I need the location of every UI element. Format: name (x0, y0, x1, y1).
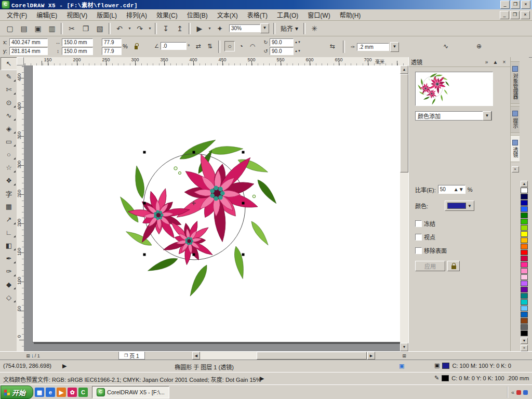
color-swatch[interactable] (521, 225, 528, 231)
blend-tool[interactable]: ◧ (1, 239, 17, 252)
color-swatch[interactable] (521, 188, 528, 193)
connector-tool[interactable]: ∟ (1, 226, 17, 239)
copy-button[interactable]: ❐ (79, 22, 92, 35)
new-document-button[interactable]: ▢ (3, 22, 17, 35)
close-icon[interactable]: × (521, 1, 530, 9)
table-tool[interactable]: ▦ (1, 200, 17, 213)
application-launcher-button[interactable]: ▶ (193, 22, 206, 35)
palette-scroll-up-icon[interactable]: ▲ (521, 181, 528, 187)
palette-scroll-down-icon[interactable]: ▼ (521, 338, 528, 344)
cut-button[interactable]: ✂ (65, 22, 78, 35)
object-height-input[interactable]: 150.0 mm (62, 47, 93, 55)
scroll-left-icon[interactable]: ◀ (192, 352, 200, 360)
scroll-down-icon[interactable]: ▼ (400, 343, 408, 351)
restore-icon[interactable]: ❐ (511, 1, 520, 9)
arc-start-angle-input[interactable]: 90.0 (270, 38, 294, 46)
ellipse-tool[interactable]: ○ (1, 148, 17, 161)
eyedropper-tool[interactable]: ✒ (1, 252, 17, 265)
change-direction-button[interactable]: ⇆ (327, 41, 338, 51)
docker-collapse-icon[interactable]: ▲ (491, 59, 499, 65)
start-button[interactable]: 开始 (1, 385, 33, 399)
selection-handle[interactable] (193, 254, 195, 256)
menu-item[interactable]: 位图(B) (182, 9, 212, 21)
selection-handle[interactable] (143, 202, 146, 205)
selection-handle[interactable] (143, 151, 146, 154)
spinner-icon[interactable]: ▲▼ (295, 49, 299, 52)
navigator-button[interactable]: ⊞ (400, 352, 408, 360)
ie-icon[interactable]: e (46, 388, 55, 397)
zoom-level-value[interactable]: 30% (229, 24, 260, 32)
basic-shapes-tool[interactable]: ❖ (1, 174, 17, 187)
arc-end-angle-input[interactable]: 90.0 (270, 47, 294, 55)
ruler-origin[interactable] (17, 57, 24, 65)
arc-mode-button[interactable]: ◠ (247, 41, 258, 51)
snap-dropdown[interactable]: 贴齐▾ (277, 22, 301, 34)
menu-item[interactable]: 窗口(W) (303, 9, 335, 21)
welcome-screen-button[interactable]: ✦ (213, 22, 227, 35)
spinner-icon[interactable]: ▲▼ (453, 188, 465, 191)
color-swatch[interactable] (521, 268, 528, 274)
add-page-icon[interactable]: ⊞ (24, 352, 32, 360)
color-swatch[interactable] (521, 274, 528, 280)
scale-v-input[interactable]: 77.9 (102, 47, 122, 55)
color-swatch[interactable] (521, 299, 528, 305)
horizontal-scrollbar[interactable]: ◀ ▶ (192, 352, 375, 360)
docker-close-icon[interactable]: × (500, 59, 508, 65)
zoom-level-combo[interactable]: 30%▼ (229, 23, 269, 33)
spinner-icon[interactable]: ▲▼ (295, 41, 299, 44)
menu-item[interactable]: 排列(A) (122, 9, 152, 21)
lens-color-dropdown[interactable]: ▼ (445, 201, 474, 211)
horizontal-ruler[interactable]: 毫米 150200250300350400450500550600650700 (24, 57, 408, 66)
quick-customize-button[interactable]: ⊕ (474, 41, 484, 51)
color-swatch[interactable] (521, 231, 528, 237)
export-button[interactable]: ↥ (173, 22, 187, 35)
docker-strip-close-icon[interactable]: × (512, 166, 519, 172)
chevron-down-icon[interactable]: ▼ (260, 23, 269, 33)
show-desktop-icon[interactable]: ▦ (35, 388, 44, 397)
menu-item[interactable]: 编辑(E) (32, 9, 62, 21)
mirror-horizontal-button[interactable]: ⇄ (193, 41, 204, 51)
vertical-ruler[interactable]: 450400350300250200150100500 (17, 65, 24, 351)
color-swatch[interactable] (521, 237, 528, 243)
outline-pen-tool[interactable]: ✑ (1, 265, 17, 278)
color-swatch[interactable] (521, 312, 528, 317)
ellipse-mode-button[interactable]: ○ (224, 41, 235, 51)
color-swatch[interactable] (521, 256, 528, 261)
color-swatch[interactable] (521, 219, 528, 224)
checkbox-3[interactable] (415, 247, 422, 254)
open-button[interactable]: ▤ (17, 22, 31, 35)
pie-mode-button[interactable]: ◔ (236, 41, 246, 51)
outline-width-select[interactable]: .2 mm (357, 43, 389, 51)
menu-item[interactable]: 文件(F) (2, 9, 32, 21)
rate-input[interactable]: 50▲▼ (438, 185, 466, 194)
selection-handle[interactable] (242, 151, 245, 154)
menu-item[interactable]: 工具(O) (272, 9, 303, 21)
palette-expand-icon[interactable]: » (521, 345, 528, 351)
selection-handle[interactable] (193, 151, 195, 154)
scroll-right-icon[interactable]: ▶ (367, 352, 375, 360)
redo-dropdown-icon[interactable]: ▾ (147, 22, 153, 35)
polygon-tool[interactable]: ☆ (1, 161, 17, 174)
apply-lock-button[interactable] (447, 261, 460, 271)
selection-handle[interactable] (242, 202, 245, 205)
color-swatch[interactable] (521, 212, 528, 218)
object-width-input[interactable]: 150.0 mm (62, 38, 93, 46)
docker-chevron-icon[interactable]: » (483, 59, 490, 65)
tray-icon[interactable] (523, 390, 528, 395)
save-button[interactable]: ▣ (31, 22, 45, 35)
tray-collapse-icon[interactable]: « (511, 389, 514, 395)
text-tool[interactable]: 字 (1, 187, 17, 200)
docker-tab-item[interactable]: 对象管理器 (510, 61, 520, 104)
x-position-input[interactable]: 400.247 mm (9, 38, 48, 46)
vertical-scrollbar[interactable]: ▲ ▼ (400, 65, 408, 351)
taskbar-app-button[interactable]: C CorelDRAW X5 - [F:\... (92, 386, 169, 398)
fill-tool[interactable]: ◆ (1, 278, 17, 291)
docker-tab-item[interactable]: 提示 (510, 106, 520, 133)
tray-icon[interactable] (516, 390, 521, 395)
selection-handle[interactable] (143, 254, 146, 256)
menu-item[interactable]: 帮助(H) (335, 9, 366, 21)
apply-button[interactable]: 应用 (415, 261, 445, 271)
print-button[interactable]: ▥ (45, 22, 59, 35)
color-swatch[interactable] (521, 281, 528, 286)
page-tab[interactable]: ❐ 页 1 (118, 352, 145, 360)
